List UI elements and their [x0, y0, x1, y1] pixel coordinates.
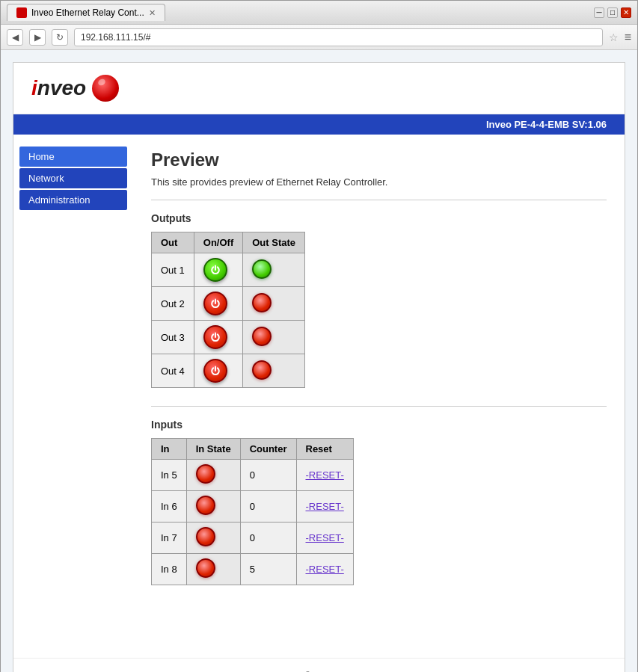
power-icon [209, 298, 221, 309]
in8-reset-cell: -RESET- [296, 554, 353, 585]
nav-bar: ◀ ▶ ↻ 192.168.111.15/# ☆ ≡ [1, 25, 637, 50]
out1-state-cell [243, 253, 305, 287]
device-info-bar: Inveo PE-4-4-EMB SV:1.06 [13, 114, 625, 135]
main-content: Preview This site provides preview of Et… [133, 135, 625, 658]
in6-counter: 0 [240, 491, 296, 523]
sidebar-item-administration[interactable]: Administration [19, 190, 127, 210]
in5-reset-button[interactable]: -RESET- [306, 469, 344, 481]
table-row: Out 2 [152, 287, 305, 321]
inputs-section-title: Inputs [151, 419, 607, 431]
maximize-btn[interactable]: □ [607, 7, 618, 18]
address-bar[interactable]: 192.168.111.15/# [74, 28, 603, 46]
in7-counter: 0 [240, 523, 296, 554]
inputs-col-in: In [152, 439, 187, 460]
browser-tab[interactable]: Inveo Ethernet Relay Cont... ✕ [7, 4, 165, 21]
divider-2 [151, 406, 607, 407]
in6-reset-cell: -RESET- [296, 491, 353, 523]
sidebar-item-network[interactable]: Network [19, 168, 127, 188]
inputs-col-counter: Counter [240, 439, 296, 460]
in8-reset-button[interactable]: -RESET- [306, 564, 344, 575]
in5-counter: 0 [240, 460, 296, 491]
outputs-col-out: Out [152, 232, 194, 253]
out4-state-cell [243, 354, 305, 388]
in5-label: In 5 [152, 460, 187, 491]
outputs-col-state: Out State [243, 232, 305, 253]
table-row: In 6 0 -RESET- [152, 491, 354, 523]
browser-window: Inveo Ethernet Relay Cont... ✕ ─ □ ✕ ◀ ▶… [0, 0, 638, 672]
out2-state-indicator [252, 293, 272, 312]
logo-area: inveo [31, 75, 607, 102]
out4-state-indicator [252, 360, 272, 380]
table-row: In 8 5 -RESET- [152, 554, 354, 585]
inputs-col-state: In State [186, 439, 240, 460]
minimize-btn[interactable]: ─ [594, 7, 604, 18]
in8-counter: 5 [240, 554, 296, 585]
out1-onoff-cell [194, 253, 242, 287]
in7-reset-cell: -RESET- [296, 523, 353, 554]
out4-power-button[interactable] [203, 359, 227, 383]
page-body: inveo Inveo PE-4-4-EMB SV:1.06 Home Netw… [1, 50, 637, 672]
browser-menu-button[interactable]: ≡ [625, 31, 631, 44]
sidebar: Home Network Administration [13, 135, 133, 658]
reload-button[interactable]: ↻ [52, 29, 68, 46]
in5-state-indicator [196, 464, 215, 484]
in8-state-cell [186, 554, 240, 585]
out2-power-button[interactable] [203, 292, 227, 315]
out2-label: Out 2 [152, 287, 194, 321]
in5-reset-cell: -RESET- [296, 460, 353, 491]
power-icon [209, 365, 221, 377]
power-icon [209, 331, 221, 343]
out3-power-button[interactable] [203, 325, 227, 349]
outputs-section-title: Outputs [151, 212, 607, 224]
forward-button[interactable]: ▶ [29, 29, 46, 46]
out3-state-cell [243, 321, 305, 354]
logo-text: inveo [31, 76, 86, 100]
in6-reset-button[interactable]: -RESET- [306, 501, 344, 512]
outputs-col-onoff: On/Off [194, 232, 242, 253]
inputs-col-reset: Reset [296, 439, 353, 460]
tab-favicon [16, 7, 27, 18]
out2-state-cell [243, 287, 305, 321]
table-row: Out 1 [152, 253, 305, 287]
page-content: inveo Inveo PE-4-4-EMB SV:1.06 Home Netw… [13, 62, 625, 672]
title-bar: Inveo Ethernet Relay Cont... ✕ ─ □ ✕ [1, 1, 637, 25]
footer: Copyright © 2013 Inveo s.c. [13, 658, 625, 672]
inputs-table: In In State Counter Reset In 5 [151, 438, 354, 585]
in8-label: In 8 [152, 554, 187, 585]
out3-onoff-cell [194, 321, 242, 354]
in6-state-indicator [196, 496, 215, 515]
logo-circle-icon [92, 75, 119, 102]
outputs-table: Out On/Off Out State Out 1 [151, 232, 305, 388]
table-row: Out 4 [152, 354, 305, 388]
table-row: In 5 0 -RESET- [152, 460, 354, 491]
tab-close-btn[interactable]: ✕ [149, 8, 156, 18]
table-row: Out 3 [152, 321, 305, 354]
out1-label: Out 1 [152, 253, 194, 287]
main-layout: Home Network Administration Preview This… [13, 135, 625, 658]
out4-onoff-cell [194, 354, 242, 388]
device-info-text: Inveo PE-4-4-EMB SV:1.06 [486, 119, 607, 130]
out1-state-indicator [252, 259, 272, 279]
out2-onoff-cell [194, 287, 242, 321]
in7-label: In 7 [152, 523, 187, 554]
out3-state-indicator [252, 327, 272, 346]
in7-reset-button[interactable]: -RESET- [306, 532, 344, 543]
in8-state-indicator [196, 558, 215, 578]
page-description: This site provides preview of Ethernet R… [151, 176, 607, 188]
divider-1 [151, 200, 607, 200]
out1-power-button[interactable] [203, 258, 227, 282]
in6-state-cell [186, 491, 240, 523]
logo-dot: i [31, 76, 37, 99]
tab-title: Inveo Ethernet Relay Cont... [31, 7, 144, 18]
site-header: inveo [13, 63, 625, 114]
in6-label: In 6 [152, 491, 187, 523]
sidebar-item-home[interactable]: Home [19, 147, 127, 167]
in5-state-cell [186, 460, 240, 491]
page-title: Preview [151, 149, 607, 170]
bookmark-button[interactable]: ☆ [609, 31, 619, 43]
in7-state-cell [186, 523, 240, 554]
close-btn[interactable]: ✕ [621, 7, 631, 18]
power-icon [209, 264, 221, 276]
table-row: In 7 0 -RESET- [152, 523, 354, 554]
back-button[interactable]: ◀ [7, 29, 23, 46]
